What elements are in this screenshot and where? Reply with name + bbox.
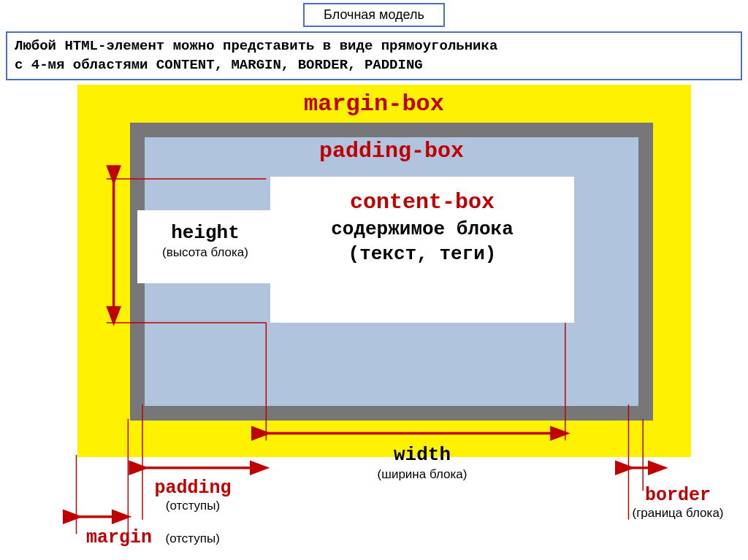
content-sub-1: содержимое блока bbox=[331, 218, 514, 240]
padding-callout: padding (отступы) bbox=[134, 477, 251, 513]
border-callout: border (граница блока) bbox=[619, 485, 736, 521]
width-sub: (ширина блока) bbox=[232, 467, 612, 482]
description-box: Любой HTML-элемент можно представить в в… bbox=[6, 31, 742, 80]
margin-sub: (отступы) bbox=[165, 532, 219, 545]
content-area: content-box содержимое блока (текст, тег… bbox=[270, 177, 574, 323]
description-line2: с 4-мя областями CONTENT, MARGIN, BORDER… bbox=[15, 57, 423, 73]
border-sub: (граница блока) bbox=[619, 506, 736, 521]
margin-box-label: margin-box bbox=[6, 91, 742, 118]
height-sub: (высота блока) bbox=[137, 245, 273, 260]
padding-sub: (отступы) bbox=[134, 499, 251, 513]
padding-box-label: padding-box bbox=[145, 139, 638, 164]
height-main: height bbox=[137, 222, 273, 244]
border-main: border bbox=[619, 485, 736, 506]
box-model-diagram: margin-box padding-box content-box содер… bbox=[6, 85, 742, 552]
height-label: height (высота блока) bbox=[137, 210, 273, 283]
slide-title: Блочная модель bbox=[303, 3, 445, 27]
content-box-label: content-box bbox=[270, 190, 574, 215]
padding-main: padding bbox=[134, 477, 251, 499]
margin-main: margin bbox=[86, 527, 152, 548]
margin-callout: margin (отступы) bbox=[86, 527, 220, 548]
width-main: width bbox=[232, 444, 612, 466]
description-line1: Любой HTML-элемент можно представить в в… bbox=[15, 38, 497, 54]
content-sub-2: (текст, теги) bbox=[348, 243, 497, 265]
width-label: width (ширина блока) bbox=[232, 444, 612, 482]
